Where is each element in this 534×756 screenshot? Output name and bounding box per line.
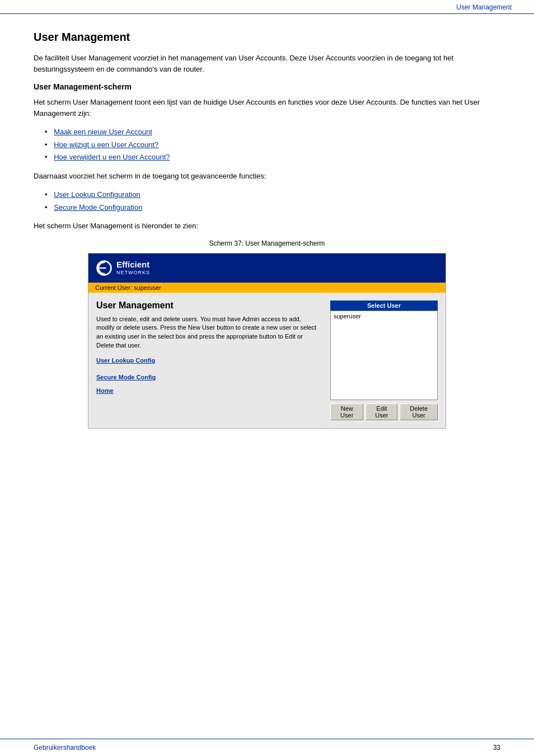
panel-links: User Lookup Config Secure Mode Config — [96, 357, 320, 381]
panel-link-secure[interactable]: Secure Mode Config — [96, 374, 320, 381]
right-panel: Select User superuser New User Edit User… — [328, 298, 440, 422]
delete-user-button[interactable]: Delete User — [400, 403, 438, 420]
footer-left: Gebruikershandboek — [34, 744, 96, 752]
screen-mockup: Efficient NETWORKS Current User: superus… — [88, 253, 446, 429]
panel-link-lookup[interactable]: User Lookup Config — [96, 357, 320, 364]
edit-user-button[interactable]: Edit User — [366, 403, 397, 420]
advanced-links-list: User Lookup Configuration Secure Mode Co… — [45, 189, 500, 213]
list-item: User Lookup Configuration — [45, 189, 500, 200]
intro-text: De faciliteit User Management voorziet i… — [34, 53, 500, 74]
advanced-text: Daarnaast voorziet het scherm in de toeg… — [34, 171, 500, 182]
mockup-header: Efficient NETWORKS — [88, 253, 446, 283]
efficient-networks-icon — [95, 259, 113, 277]
logo-text: Efficient NETWORKS — [116, 260, 150, 276]
list-item: Hoe wijzigt u een User Account? — [45, 139, 500, 151]
select-user-label: Select User — [330, 300, 438, 311]
mockup-body: User Management Used to create, edit and… — [88, 293, 446, 428]
links-list: Maak een nieuw User Account Hoe wijzigt … — [45, 126, 500, 163]
page-footer: Gebruikershandboek 33 — [0, 739, 534, 756]
top-header: User Management — [0, 0, 534, 14]
page-wrapper: User Management User Management De facil… — [0, 0, 534, 756]
select-user-box[interactable]: superuser — [330, 311, 438, 400]
new-user-button[interactable]: New User — [330, 403, 363, 420]
link-edit-account[interactable]: Hoe wijzigt u een User Account? — [54, 140, 158, 149]
left-panel: User Management Used to create, edit and… — [94, 298, 322, 422]
link-delete-account[interactable]: Hoe verwijdert u een User Account? — [54, 153, 170, 161]
logo-line1: Efficient — [116, 260, 150, 270]
panel-link-home[interactable]: Home — [96, 387, 114, 394]
current-user-text: Current User: superuser — [95, 284, 161, 291]
section-heading: User Management-scherm — [34, 82, 500, 91]
logo-area: Efficient NETWORKS — [95, 259, 150, 277]
panel-description: Used to create, edit and delete users. Y… — [96, 315, 320, 351]
list-item: Hoe verwijdert u een User Account? — [45, 152, 500, 163]
main-content: User Management De faciliteit User Manag… — [0, 14, 534, 739]
figure-caption: Scherm 37: User Management-scherm — [34, 240, 500, 247]
section-description: Het scherm User Management toont een lij… — [34, 97, 500, 119]
footer-instruction: Het scherm User Management is hieronder … — [34, 220, 500, 232]
panel-home: Home — [96, 386, 320, 395]
list-item: Secure Mode Configuration — [45, 202, 500, 213]
page-title: User Management — [34, 31, 500, 44]
panel-title: User Management — [96, 300, 320, 311]
action-buttons: New User Edit User Delete User — [330, 403, 438, 420]
list-item: Maak een nieuw User Account — [45, 126, 500, 138]
link-new-account[interactable]: Maak een nieuw User Account — [54, 128, 152, 136]
select-user-item[interactable]: superuser — [332, 312, 436, 320]
link-user-lookup[interactable]: User Lookup Configuration — [54, 190, 140, 199]
current-user-bar: Current User: superuser — [88, 283, 446, 293]
header-title: User Management — [456, 3, 512, 11]
link-secure-mode[interactable]: Secure Mode Configuration — [54, 203, 142, 212]
footer-right: 33 — [493, 744, 500, 752]
logo-line2: NETWORKS — [116, 270, 150, 276]
